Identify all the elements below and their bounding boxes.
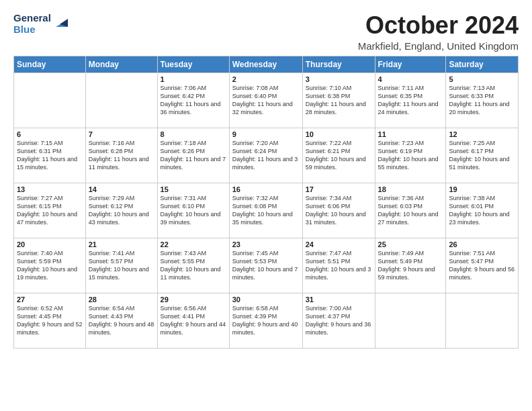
calendar-cell: 29 Sunrise: 6:56 AMSunset: 4:41 PMDaylig…: [157, 293, 229, 348]
calendar-cell: 15 Sunrise: 7:31 AMSunset: 6:10 PMDaylig…: [157, 183, 229, 238]
calendar-cell: 11 Sunrise: 7:23 AMSunset: 6:19 PMDaylig…: [375, 128, 446, 183]
day-detail: Sunrise: 7:18 AMSunset: 6:26 PMDaylight:…: [161, 139, 226, 172]
day-number: 21: [89, 240, 154, 248]
day-number: 18: [378, 185, 443, 193]
title-block: October 2024 Markfield, England, United …: [358, 12, 519, 52]
day-detail: Sunrise: 7:23 AMSunset: 6:19 PMDaylight:…: [378, 139, 443, 172]
day-number: 26: [449, 240, 515, 248]
day-number: 3: [306, 75, 372, 83]
day-number: 27: [17, 295, 83, 304]
col-header-friday: Friday: [375, 56, 446, 73]
logo-line1: General: [13, 12, 51, 24]
day-detail: Sunrise: 7:49 AMSunset: 5:49 PMDaylight:…: [378, 249, 443, 282]
day-detail: Sunrise: 7:15 AMSunset: 6:31 PMDaylight:…: [17, 139, 83, 172]
calendar-cell: 10 Sunrise: 7:22 AMSunset: 6:21 PMDaylig…: [302, 128, 375, 183]
day-detail: Sunrise: 7:00 AMSunset: 4:37 PMDaylight:…: [306, 304, 372, 337]
calendar-week-4: 20 Sunrise: 7:40 AMSunset: 5:59 PMDaylig…: [14, 238, 519, 293]
calendar-cell: [85, 73, 157, 128]
day-number: 12: [449, 130, 515, 138]
day-detail: Sunrise: 7:06 AMSunset: 6:42 PMDaylight:…: [161, 84, 226, 117]
calendar-cell: 2 Sunrise: 7:08 AMSunset: 6:40 PMDayligh…: [229, 73, 302, 128]
day-number: 5: [449, 75, 515, 83]
day-number: 1: [161, 75, 226, 83]
day-number: 11: [378, 130, 443, 138]
day-detail: Sunrise: 7:22 AMSunset: 6:21 PMDaylight:…: [306, 139, 372, 172]
day-detail: Sunrise: 7:41 AMSunset: 5:57 PMDaylight:…: [89, 249, 154, 282]
logo-line2: Blue: [13, 24, 51, 35]
calendar-cell: [446, 293, 519, 348]
calendar-cell: 27 Sunrise: 6:52 AMSunset: 4:45 PMDaylig…: [14, 293, 86, 348]
calendar-cell: 5 Sunrise: 7:13 AMSunset: 6:33 PMDayligh…: [446, 73, 519, 128]
day-detail: Sunrise: 7:32 AMSunset: 6:08 PMDaylight:…: [232, 194, 300, 227]
calendar-cell: 31 Sunrise: 7:00 AMSunset: 4:37 PMDaylig…: [302, 293, 375, 348]
day-number: 8: [161, 130, 226, 138]
calendar-cell: 25 Sunrise: 7:49 AMSunset: 5:49 PMDaylig…: [375, 238, 446, 293]
logo: General Blue: [13, 12, 68, 36]
calendar-week-2: 6 Sunrise: 7:15 AMSunset: 6:31 PMDayligh…: [14, 128, 519, 183]
day-detail: Sunrise: 7:20 AMSunset: 6:24 PMDaylight:…: [232, 139, 300, 172]
day-detail: Sunrise: 7:27 AMSunset: 6:15 PMDaylight:…: [17, 194, 83, 227]
day-detail: Sunrise: 6:52 AMSunset: 4:45 PMDaylight:…: [17, 304, 83, 337]
col-header-tuesday: Tuesday: [157, 56, 229, 73]
calendar-cell: 20 Sunrise: 7:40 AMSunset: 5:59 PMDaylig…: [14, 238, 86, 293]
calendar-cell: 9 Sunrise: 7:20 AMSunset: 6:24 PMDayligh…: [229, 128, 302, 183]
day-detail: Sunrise: 7:40 AMSunset: 5:59 PMDaylight:…: [17, 249, 83, 282]
calendar-header-row: SundayMondayTuesdayWednesdayThursdayFrid…: [14, 56, 519, 73]
day-detail: Sunrise: 7:29 AMSunset: 6:12 PMDaylight:…: [89, 194, 154, 227]
day-detail: Sunrise: 7:36 AMSunset: 6:03 PMDaylight:…: [378, 194, 443, 227]
calendar-cell: 18 Sunrise: 7:36 AMSunset: 6:03 PMDaylig…: [375, 183, 446, 238]
day-number: 28: [89, 295, 154, 304]
calendar-week-5: 27 Sunrise: 6:52 AMSunset: 4:45 PMDaylig…: [14, 293, 519, 348]
day-number: 31: [306, 295, 372, 304]
day-number: 13: [17, 185, 83, 193]
calendar-cell: 12 Sunrise: 7:25 AMSunset: 6:17 PMDaylig…: [446, 128, 519, 183]
calendar-week-1: 1 Sunrise: 7:06 AMSunset: 6:42 PMDayligh…: [14, 73, 519, 128]
day-detail: Sunrise: 7:10 AMSunset: 6:38 PMDaylight:…: [306, 84, 372, 117]
day-number: 23: [232, 240, 300, 248]
day-detail: Sunrise: 7:08 AMSunset: 6:40 PMDaylight:…: [232, 84, 300, 117]
day-number: 24: [306, 240, 372, 248]
day-number: 15: [161, 185, 226, 193]
calendar-cell: 7 Sunrise: 7:16 AMSunset: 6:28 PMDayligh…: [85, 128, 157, 183]
day-number: 9: [232, 130, 300, 138]
calendar-body: 1 Sunrise: 7:06 AMSunset: 6:42 PMDayligh…: [14, 73, 519, 348]
calendar-cell: 4 Sunrise: 7:11 AMSunset: 6:35 PMDayligh…: [375, 73, 446, 128]
day-number: 20: [17, 240, 83, 248]
day-number: 25: [378, 240, 443, 248]
day-detail: Sunrise: 7:51 AMSunset: 5:47 PMDaylight:…: [449, 249, 515, 282]
day-detail: Sunrise: 7:34 AMSunset: 6:06 PMDaylight:…: [306, 194, 372, 227]
day-detail: Sunrise: 7:11 AMSunset: 6:35 PMDaylight:…: [378, 84, 443, 117]
calendar-table: SundayMondayTuesdayWednesdayThursdayFrid…: [13, 56, 519, 349]
day-number: 7: [89, 130, 154, 138]
col-header-thursday: Thursday: [302, 56, 375, 73]
calendar-cell: 1 Sunrise: 7:06 AMSunset: 6:42 PMDayligh…: [157, 73, 229, 128]
calendar-cell: 21 Sunrise: 7:41 AMSunset: 5:57 PMDaylig…: [85, 238, 157, 293]
calendar-cell: [14, 73, 86, 128]
calendar-cell: [375, 293, 446, 348]
day-detail: Sunrise: 6:56 AMSunset: 4:41 PMDaylight:…: [161, 304, 226, 337]
day-number: 10: [306, 130, 372, 138]
header: General Blue October 2024 Markfield, Eng…: [13, 12, 519, 52]
day-detail: Sunrise: 7:13 AMSunset: 6:33 PMDaylight:…: [449, 84, 515, 117]
day-detail: Sunrise: 7:45 AMSunset: 5:53 PMDaylight:…: [232, 249, 300, 282]
day-detail: Sunrise: 6:58 AMSunset: 4:39 PMDaylight:…: [232, 304, 300, 337]
page: General Blue October 2024 Markfield, Eng…: [0, 0, 532, 355]
calendar-cell: 22 Sunrise: 7:43 AMSunset: 5:55 PMDaylig…: [157, 238, 229, 293]
calendar-cell: 17 Sunrise: 7:34 AMSunset: 6:06 PMDaylig…: [302, 183, 375, 238]
calendar-cell: 30 Sunrise: 6:58 AMSunset: 4:39 PMDaylig…: [229, 293, 302, 348]
day-number: 30: [232, 295, 300, 304]
calendar-cell: 14 Sunrise: 7:29 AMSunset: 6:12 PMDaylig…: [85, 183, 157, 238]
logo-arrow-icon: [53, 15, 68, 30]
calendar-week-3: 13 Sunrise: 7:27 AMSunset: 6:15 PMDaylig…: [14, 183, 519, 238]
day-number: 16: [232, 185, 300, 193]
day-number: 29: [161, 295, 226, 304]
day-detail: Sunrise: 7:43 AMSunset: 5:55 PMDaylight:…: [161, 249, 226, 282]
day-number: 14: [89, 185, 154, 193]
month-title: October 2024: [358, 12, 519, 39]
calendar-cell: 19 Sunrise: 7:38 AMSunset: 6:01 PMDaylig…: [446, 183, 519, 238]
calendar-cell: 26 Sunrise: 7:51 AMSunset: 5:47 PMDaylig…: [446, 238, 519, 293]
day-detail: Sunrise: 7:16 AMSunset: 6:28 PMDaylight:…: [89, 139, 154, 172]
calendar-cell: 24 Sunrise: 7:47 AMSunset: 5:51 PMDaylig…: [302, 238, 375, 293]
calendar-cell: 13 Sunrise: 7:27 AMSunset: 6:15 PMDaylig…: [14, 183, 86, 238]
day-number: 17: [306, 185, 372, 193]
